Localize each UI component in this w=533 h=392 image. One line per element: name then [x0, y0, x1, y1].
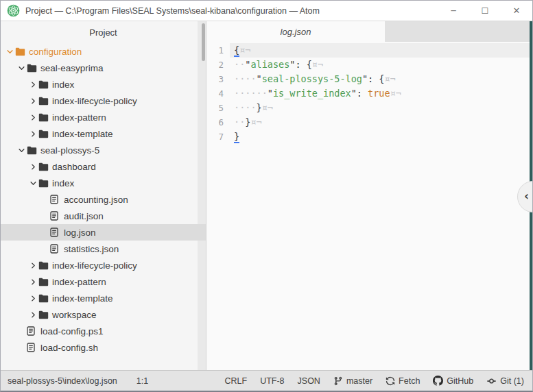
invisible-char-token: ······ [234, 88, 268, 99]
code-line-3[interactable]: 3····"seal-plossys-5-log": {¤¬ [206, 72, 532, 86]
chevron-right-icon[interactable] [28, 310, 38, 319]
chevron-right-icon[interactable] [28, 112, 38, 122]
tree-item-load-config.sh[interactable]: load-config.sh [1, 339, 206, 356]
chevron-right-icon[interactable] [28, 277, 38, 286]
close-button[interactable]: ✕ [501, 1, 532, 21]
status-item-label: master [346, 376, 372, 386]
editor-pane: log.json 1{¤¬2··"aliases": {¤¬3····"seal… [206, 21, 532, 370]
tree-item-index-template[interactable]: index-template [1, 125, 206, 142]
status-item-utf-8[interactable]: UTF-8 [260, 376, 284, 386]
chevron-down-icon[interactable] [16, 145, 27, 155]
tree-item-seal-easyprima[interactable]: seal-easyprima [1, 60, 206, 76]
tree-item-label: index-template [51, 293, 113, 304]
invisible-char-token: ¤¬ [239, 45, 250, 56]
code-text: } [230, 130, 532, 144]
invisible-char-token: ···· [234, 73, 257, 84]
tree-scrollbar-thumb[interactable] [202, 23, 205, 61]
folder-icon [27, 64, 40, 73]
status-file-path[interactable]: seal-plossys-5\index\log.json [8, 376, 117, 386]
status-bar: seal-plossys-5\index\log.json 1:1 CRLFUT… [1, 370, 532, 391]
invisible-char-token: ·· [234, 59, 245, 70]
status-item-label: Fetch [399, 376, 420, 386]
code-line-4[interactable]: 4······"is_write_index": true¤¬ [206, 86, 532, 101]
tree-item-workspace[interactable]: workspace [1, 306, 206, 323]
tab-log-json[interactable]: log.json [206, 21, 385, 42]
bracket-token: { [234, 45, 239, 57]
tree-item-load-config.ps1[interactable]: load-config.ps1 [1, 323, 206, 339]
code-line-2[interactable]: 2··"aliases": {¤¬ [206, 58, 532, 72]
window-controls: ─ ☐ ✕ [438, 1, 532, 21]
tree-item-index-template[interactable]: index-template [1, 290, 206, 306]
tree-item-index[interactable]: index [1, 175, 206, 191]
folder-icon [38, 261, 51, 270]
window-title: Project — C:\Program Files\SEAL Systems\… [25, 6, 320, 16]
file-icon [50, 228, 63, 237]
tree-item-seal-plossys-5[interactable]: seal-plossys-5 [1, 142, 206, 158]
chevron-right-icon[interactable] [28, 79, 38, 89]
status-item-master[interactable]: master [333, 376, 372, 386]
punctuation-token: " [257, 73, 262, 84]
maximize-button[interactable]: ☐ [469, 1, 501, 21]
status-item-github[interactable]: GitHub [433, 376, 473, 386]
line-number: 6 [206, 115, 230, 130]
invisible-char-token: ·· [234, 117, 245, 127]
status-item-label: UTF-8 [260, 376, 284, 386]
chevron-right-icon[interactable] [28, 96, 38, 106]
chevron-right-icon[interactable] [28, 293, 38, 303]
line-number: 1 [206, 43, 230, 58]
tree-view-panel: Project configurationseal-easyprimaindex… [1, 21, 206, 370]
folder-icon [38, 80, 51, 89]
tree-item-log.json[interactable]: log.json [1, 224, 206, 241]
punctuation-token: ": [351, 88, 368, 99]
github-icon [433, 376, 443, 386]
tab-title: log.json [281, 27, 311, 37]
tree-item-audit.json[interactable]: audit.json [1, 208, 206, 224]
tree-item-accounting.json[interactable]: accounting.json [1, 191, 206, 208]
tree-item-label: audit.json [63, 211, 104, 221]
chevron-right-icon[interactable] [28, 260, 38, 270]
title-bar: Project — C:\Program Files\SEAL Systems\… [1, 1, 532, 21]
invisible-char-token: ···· [234, 102, 257, 113]
punctuation-token: " [268, 88, 273, 99]
folder-icon [38, 179, 51, 188]
code-text: ····"seal-plossys-5-log": {¤¬ [230, 72, 532, 86]
status-item-git-1[interactable]: Git (1) [486, 376, 524, 386]
code-line-6[interactable]: 6··}¤¬ [206, 115, 532, 130]
folder-icon [38, 310, 51, 319]
chevron-down-icon[interactable] [28, 178, 38, 188]
tree-item-statistics.json[interactable]: statistics.json [1, 241, 206, 257]
chevron-right-icon[interactable] [28, 162, 38, 171]
file-icon [27, 326, 40, 336]
git-branch-icon [333, 376, 343, 386]
status-item-json[interactable]: JSON [298, 376, 320, 386]
tree-item-configuration[interactable]: configuration [1, 43, 206, 60]
main-area: Project configurationseal-easyprimaindex… [1, 21, 532, 370]
code-line-1[interactable]: 1{¤¬ [206, 43, 532, 58]
tree-item-index-pattern[interactable]: index-pattern [1, 273, 206, 290]
tree-item-index-lifecycle-policy[interactable]: index-lifecycle-policy [1, 93, 206, 109]
status-cursor-position[interactable]: 1:1 [137, 376, 148, 386]
minimize-button[interactable]: ─ [438, 1, 469, 21]
tree-item-dashboard[interactable]: dashboard [1, 158, 206, 175]
file-icon [50, 211, 63, 221]
status-item-label: JSON [298, 376, 320, 386]
code-text: ····}¤¬ [230, 101, 532, 115]
tree-item-label: seal-plossys-5 [40, 145, 99, 156]
punctuation-token: ": { [289, 59, 312, 70]
tree-item-index[interactable]: index [1, 76, 206, 93]
file-icon [50, 244, 63, 254]
status-item-crlf[interactable]: CRLF [224, 376, 247, 386]
status-item-fetch[interactable]: Fetch [386, 376, 420, 386]
bracket-token: } [234, 131, 239, 143]
chevron-right-icon[interactable] [28, 129, 38, 138]
code-text: ······"is_write_index": true¤¬ [230, 86, 532, 101]
tree-item-index-lifecycle-policy[interactable]: index-lifecycle-policy [1, 257, 206, 273]
code-line-5[interactable]: 5····}¤¬ [206, 101, 532, 115]
code-editor[interactable]: 1{¤¬2··"aliases": {¤¬3····"seal-plossys-… [206, 42, 532, 370]
code-line-7[interactable]: 7} [206, 130, 532, 144]
tree-header-label: Project [1, 21, 206, 43]
line-number: 7 [206, 130, 230, 144]
chevron-down-icon[interactable] [5, 47, 15, 56]
tree-item-index-pattern[interactable]: index-pattern [1, 109, 206, 125]
chevron-down-icon[interactable] [16, 63, 27, 73]
